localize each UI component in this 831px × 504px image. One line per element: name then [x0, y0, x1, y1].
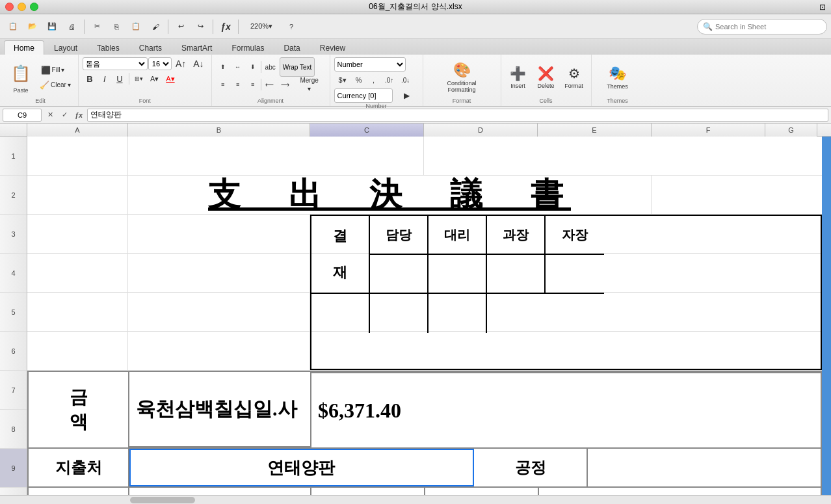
cancel-formula-btn[interactable]: ✕: [44, 109, 56, 121]
underline-button[interactable]: U: [112, 72, 127, 85]
confirm-formula-btn[interactable]: ✓: [59, 109, 70, 121]
tab-data[interactable]: Data: [274, 40, 310, 55]
sig-dang-2[interactable]: [311, 294, 370, 333]
h-scroll-thumb[interactable]: [130, 497, 195, 503]
cell-c8-g8[interactable]: $6,371.40: [311, 373, 821, 447]
horizontal-scrollbar[interactable]: [0, 495, 831, 504]
cell-f9[interactable]: 공정: [474, 449, 588, 486]
row-header-6[interactable]: 6: [0, 332, 27, 371]
paste-button[interactable]: 📋: [127, 18, 145, 36]
cell-a5[interactable]: [27, 293, 128, 331]
tab-formulas[interactable]: Formulas: [222, 40, 274, 55]
clear-button[interactable]: 🧹 Clear ▾: [36, 78, 74, 92]
sig-gwajang-1[interactable]: [487, 255, 546, 294]
cell-c7[interactable]: 육천삼백칠십일.사: [129, 372, 310, 447]
cell-f10-g10[interactable]: [539, 488, 821, 495]
row-header-1[interactable]: 1: [0, 137, 27, 176]
col-header-f[interactable]: F: [652, 124, 765, 137]
cell-a1[interactable]: [27, 137, 128, 175]
minimize-button[interactable]: [18, 3, 26, 11]
currency-expand[interactable]: ▶: [395, 89, 419, 102]
formula-icon[interactable]: ƒx: [217, 18, 235, 36]
maximize-button[interactable]: [30, 3, 38, 11]
conditional-formatting-button[interactable]: 🎨 Conditional Formatting: [443, 60, 480, 94]
sig-daeri-1[interactable]: [429, 255, 487, 294]
fill-color-button[interactable]: A▾: [147, 72, 162, 85]
cell-b1-c1[interactable]: [128, 137, 424, 175]
cell-a3[interactable]: [27, 215, 128, 253]
sig-jajang-2[interactable]: [487, 294, 546, 333]
row-header-7[interactable]: 7: [0, 371, 27, 410]
zoom-select[interactable]: 220%▾: [242, 18, 281, 36]
col-header-c[interactable]: C: [310, 124, 424, 137]
undo-button[interactable]: ↩: [172, 18, 190, 36]
dec-increase[interactable]: .0↑: [382, 73, 397, 86]
italic-button[interactable]: I: [98, 72, 112, 85]
sig-jajang-1[interactable]: [546, 255, 604, 294]
save-button[interactable]: 💾: [43, 18, 61, 36]
col-header-a[interactable]: A: [27, 124, 128, 137]
format-brush-button[interactable]: 🖌: [146, 18, 165, 36]
close-button[interactable]: [5, 3, 14, 11]
col-header-d[interactable]: D: [424, 124, 538, 137]
cell-reference-box[interactable]: [3, 109, 42, 122]
sig-daeri-2[interactable]: [370, 294, 429, 333]
cell-b3[interactable]: [128, 215, 310, 253]
search-input[interactable]: [715, 23, 819, 31]
cell-b5[interactable]: [128, 293, 310, 331]
cell-g9[interactable]: [588, 449, 821, 486]
col-header-e[interactable]: E: [538, 124, 652, 137]
wrap-text-button[interactable]: Wrap Text: [280, 57, 315, 77]
tab-home[interactable]: Home: [4, 40, 44, 55]
row-header-9[interactable]: 9: [0, 449, 27, 488]
col-header-b[interactable]: B: [128, 124, 310, 137]
font-size-increase[interactable]: A↑: [172, 57, 189, 70]
tab-tables[interactable]: Tables: [87, 40, 129, 55]
insert-button[interactable]: ➕ Insert: [505, 60, 531, 94]
paste-button-ribbon[interactable]: 📋: [7, 61, 35, 86]
copy-button[interactable]: ⎘: [107, 18, 125, 36]
cell-a2[interactable]: [27, 176, 128, 214]
percent-btn[interactable]: %: [352, 73, 366, 86]
align-bottom[interactable]: ⬇: [246, 60, 260, 73]
align-left[interactable]: ≡: [216, 78, 230, 91]
fill-button[interactable]: ⬛ Fill ▾: [36, 63, 69, 77]
formula-input[interactable]: [87, 109, 828, 122]
open-button[interactable]: 📂: [23, 18, 42, 36]
sig-gwajang-2[interactable]: [429, 294, 487, 333]
col-header-g[interactable]: G: [765, 124, 817, 137]
vertical-scrollbar[interactable]: [822, 137, 831, 495]
cell-a4[interactable]: [27, 254, 128, 292]
currency-btn[interactable]: $▾: [334, 73, 351, 86]
comma-btn[interactable]: ,: [367, 73, 381, 86]
bold-button[interactable]: B: [83, 72, 97, 85]
cell-title-merged[interactable]: 支 出 決 議 書: [128, 176, 652, 214]
border-button[interactable]: ⊞▾: [131, 72, 146, 85]
text-direction[interactable]: abc: [262, 60, 279, 73]
row-header-3[interactable]: 3: [0, 215, 27, 254]
align-top[interactable]: ⬆: [216, 60, 230, 73]
insert-function-btn[interactable]: ƒx: [73, 109, 85, 121]
tab-layout[interactable]: Layout: [44, 40, 87, 55]
row-header-5[interactable]: 5: [0, 293, 27, 332]
format-cells-button[interactable]: ⚙ Format: [561, 60, 587, 94]
dec-decrease[interactable]: .0↓: [398, 73, 414, 86]
cell-b10[interactable]: [129, 488, 311, 495]
resize-icon[interactable]: ⊡: [819, 3, 826, 12]
cell-c10-d10[interactable]: 적: [311, 488, 425, 495]
indent-increase[interactable]: ⟶: [278, 78, 293, 91]
row-header-10[interactable]: 10: [0, 488, 27, 495]
help-button[interactable]: ?: [282, 18, 300, 36]
font-color-button[interactable]: A▾: [163, 72, 178, 85]
tab-review[interactable]: Review: [310, 40, 355, 55]
cut-button[interactable]: ✂: [88, 18, 106, 36]
amount-label-cell[interactable]: 금 액: [29, 372, 129, 447]
search-box[interactable]: 🔍: [697, 19, 827, 34]
indent-decrease[interactable]: ⟵: [262, 78, 277, 91]
merge-button[interactable]: Merge▾: [293, 78, 326, 91]
number-format-select[interactable]: Number Currency Percentage Date: [334, 57, 406, 72]
align-right[interactable]: ≡: [246, 78, 260, 91]
delete-button[interactable]: ❌ Delete: [533, 60, 559, 94]
cell-e10[interactable]: 요: [425, 488, 539, 495]
row-header-2[interactable]: 2: [0, 176, 27, 215]
